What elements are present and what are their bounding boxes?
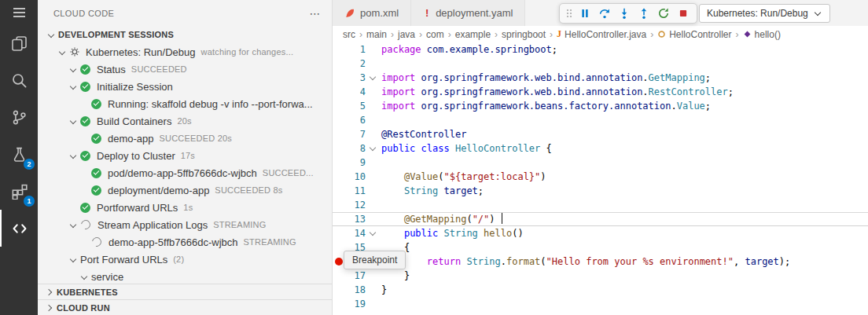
code-line[interactable]: 17 } [333,269,868,283]
code-line[interactable]: 12 [333,198,868,212]
line-number: 19 [345,297,366,311]
code-line[interactable]: 10 @Value("${target:local}") [333,170,868,184]
activity-item-cloud-code[interactable] [0,210,38,247]
code-line[interactable]: 2 [333,57,868,71]
tree-item[interactable]: demo-appSUCCEEDED 20s [38,130,332,147]
code-line[interactable]: 8public class HelloController { [333,141,868,156]
restart-icon [657,7,670,20]
code-line[interactable]: 13 @GetMapping("/") [333,212,868,226]
tree-item[interactable]: demo-app-5ffb7666dc-wjbchSTREAMING [38,233,332,251]
editor-tab[interactable]: pom.xml [333,0,411,26]
activity-item-explorer[interactable] [0,25,38,62]
code-lines: 1package com.example.springboot;23import… [333,42,868,311]
fold-spacer [366,184,381,198]
breadcrumb-item[interactable]: JHelloController.java [557,28,646,40]
stop-button[interactable] [674,5,693,22]
code-line[interactable]: 4import org.springframework.web.bind.ann… [333,85,868,99]
code-line[interactable]: 11 String target; [333,184,868,198]
chevron-down-icon[interactable] [79,271,90,282]
chevron-down-icon[interactable] [68,219,79,230]
menu-button[interactable] [0,0,38,25]
breadcrumb-item[interactable]: main [366,29,387,40]
more-actions-button[interactable]: ⋯ [310,8,321,19]
tree-item-detail: (2) [173,255,184,264]
code-token: import [381,101,415,112]
code-editor[interactable]: 1package com.example.springboot;23import… [333,42,868,315]
activity-item-search[interactable] [0,62,38,99]
code-line[interactable]: 7@RestController [333,127,868,141]
code-line[interactable]: 3import org.springframework.web.bind.ann… [333,71,868,85]
code-token: "${target:local}" [444,171,541,182]
tree-item[interactable]: Portforward URLs1s [38,199,332,216]
activity-item-source-control[interactable] [0,99,38,136]
breadcrumb-item[interactable]: hello() [743,29,781,40]
chevron-down-icon[interactable] [68,254,79,265]
pause-button[interactable] [576,5,594,22]
step-into-button[interactable] [615,5,634,22]
chevron-down-icon[interactable] [68,115,79,126]
restart-button[interactable] [654,5,673,22]
chevron-spacer [68,202,79,213]
success-check-icon [80,64,90,75]
chevron-down-icon[interactable] [57,46,68,57]
tree-item[interactable]: pod/demo-app-5ffb7666dc-wjbchSUCCEED... [38,164,332,181]
code-token [381,214,404,225]
code-line[interactable]: 16 return String.format("Hello from your… [333,255,868,269]
code-token [438,228,443,239]
code-line[interactable]: 15 { [333,240,868,255]
tree-item-label: Build Containers [97,115,171,127]
fold-chevron-icon[interactable] [366,226,381,240]
hamburger-menu-icon [13,8,25,17]
line-number: 10 [345,170,366,184]
code-line[interactable]: 5import org.springframework.beans.factor… [333,99,868,113]
fold-chevron-icon[interactable] [366,141,381,156]
tree-item[interactable]: Initialize Session [38,78,332,95]
breadcrumb-item[interactable]: HelloController [657,29,731,40]
code-line[interactable]: 9 [333,156,868,170]
chevron-down-icon[interactable] [68,150,79,161]
breadcrumb-item[interactable]: springboot [502,29,546,40]
chevron-down-icon[interactable] [68,81,79,92]
fold-spacer [366,99,381,113]
toolbar-drag-handle[interactable] [564,5,575,22]
tree-item[interactable]: StatusSUCCEEDED [38,60,332,78]
breadcrumb-item[interactable]: java [398,29,415,40]
tree-item[interactable]: Stream Application LogsSTREAMING [38,216,332,233]
code-line[interactable]: 1package com.example.springboot; [333,42,868,57]
code-line[interactable]: 19 [333,297,868,311]
breadcrumb-item[interactable]: example [455,29,491,40]
tree-item[interactable]: Deploy to Cluster17s [38,147,332,164]
sidebar-section-header[interactable]: KUBERNETES [38,284,332,299]
tree-item[interactable]: service [38,268,332,284]
activity-item-extensions[interactable]: 1 [0,173,38,210]
code-token: target [444,185,478,196]
chevron-down-icon[interactable] [46,29,57,40]
fold-spacer [366,198,381,212]
extensions-badge: 1 [24,196,35,207]
tree-section-header[interactable]: DEVELOPMENT SESSIONS [38,26,332,43]
method-symbol-icon [743,30,752,38]
code-line[interactable]: 18} [333,283,868,297]
glyph-margin [333,198,345,212]
activity-item-testing[interactable]: 2 [0,136,38,173]
breadcrumb-separator-icon: › [495,29,498,40]
tree-item[interactable]: deployment/demo-appSUCCEEDED 8s [38,181,332,199]
sidebar-section-header[interactable]: CLOUD RUN [38,299,332,315]
step-out-button[interactable] [634,5,653,22]
tree-item[interactable]: Port Forward URLs(2) [38,251,332,268]
breadcrumb-item[interactable]: src [343,29,355,40]
breadcrumb-item[interactable]: com [426,29,444,40]
success-check-icon [91,168,101,178]
code-text: @GetMapping("/") [381,212,502,226]
class-symbol-icon [657,30,666,38]
tree-item[interactable]: Kubernetes: Run/Debugwatching for change… [38,43,332,60]
step-over-button[interactable] [595,5,614,22]
chevron-down-icon[interactable] [68,64,79,75]
code-line[interactable]: 14 public String hello() [333,226,868,240]
debug-config-dropdown[interactable]: Kubernetes: Run/Debug [699,4,830,23]
fold-chevron-icon[interactable] [366,71,381,85]
tree-item[interactable]: Build Containers20s [38,112,332,130]
tree-item[interactable]: Running: skaffold debug -v info --port-f… [38,95,332,112]
code-line[interactable]: 6 [333,113,868,127]
editor-tab[interactable]: !deployment.yaml [411,0,525,26]
